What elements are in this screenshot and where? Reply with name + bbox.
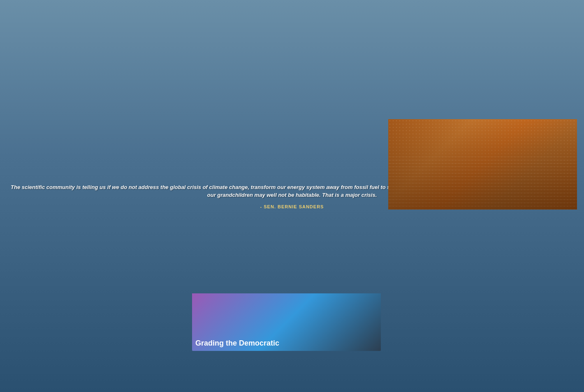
- content-wrapper: Saved Posts and Collections ANDY SHU XIN…: [95, 48, 584, 392]
- app-container: f Signal DISCOVER Trending Leaderboards …: [0, 48, 584, 392]
- bloomberg-post-title: Grading the Democratic: [195, 339, 279, 348]
- trump-crowd-image: [388, 119, 577, 210]
- posts-grid: 👴 U.S. Senator Bernie Sanders f The scie…: [185, 89, 584, 358]
- main-content: Collections Default Collection US-Electi…: [95, 71, 584, 392]
- posts-area: US-Election Delete Collection 👴: [185, 71, 584, 392]
- post-card-bernie: 👴 U.S. Senator Bernie Sanders f The scie…: [192, 96, 381, 263]
- post-image-trump: [388, 119, 577, 210]
- bloomberg-image: Grading the Democratic: [192, 293, 381, 351]
